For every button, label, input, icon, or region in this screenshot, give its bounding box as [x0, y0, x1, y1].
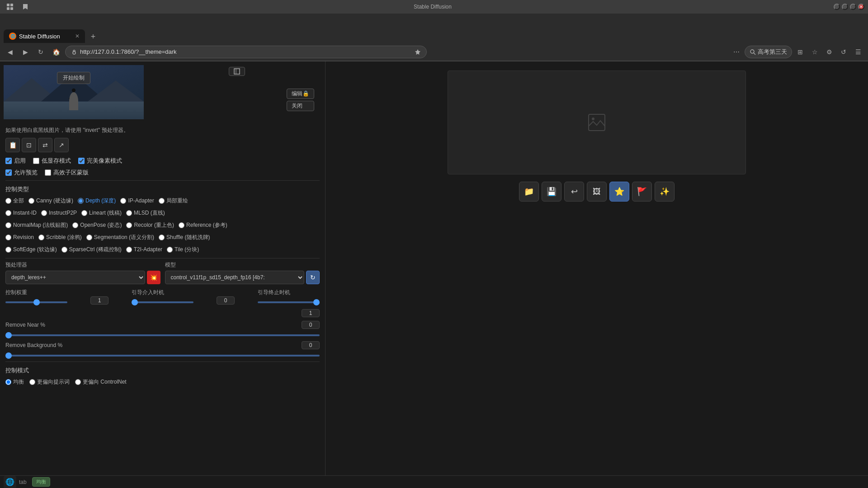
- remove-near-slider[interactable]: [5, 334, 320, 336]
- radio-t2i[interactable]: T2I-Adapter: [126, 246, 162, 253]
- sparkle-btn[interactable]: ✨: [655, 182, 675, 202]
- perfect-pixel-checkbox-label[interactable]: 完美像素模式: [78, 157, 122, 165]
- copy-button[interactable]: 📋: [5, 138, 20, 152]
- radio-depth-input[interactable]: [78, 198, 84, 204]
- preprocessor-select[interactable]: depth_leres++: [5, 271, 145, 284]
- high-res-checkbox[interactable]: [45, 169, 51, 176]
- radio-instructp2p[interactable]: InstructP2P: [41, 209, 77, 217]
- bookmark-toolbar-button[interactable]: ☆: [808, 46, 821, 58]
- radio-recolor-input[interactable]: [126, 222, 132, 228]
- menu-button[interactable]: ☰: [852, 46, 864, 58]
- prompt-mode-radio[interactable]: [29, 379, 35, 385]
- close-image-button[interactable]: 关闭: [287, 101, 314, 111]
- radio-segmentation-input[interactable]: [86, 235, 92, 240]
- forward-button[interactable]: ▶: [19, 46, 32, 58]
- high-res-checkbox-label[interactable]: 高效子区蒙版: [45, 169, 89, 177]
- minimize-button[interactable]: —: [834, 4, 840, 10]
- model-select[interactable]: control_v11f1p_sd15_depth_fp16 [4b7:: [165, 271, 305, 284]
- radio-instructp2p-input[interactable]: [41, 210, 47, 216]
- radio-t2i-input[interactable]: [126, 247, 132, 253]
- undo-button[interactable]: ↩: [564, 182, 584, 202]
- perfect-pixel-checkbox[interactable]: [78, 158, 85, 164]
- restore-button[interactable]: □: [842, 4, 848, 10]
- allow-preview-checkbox[interactable]: [5, 169, 12, 176]
- enable-checkbox-label[interactable]: 启用: [5, 157, 26, 165]
- radio-canny[interactable]: Canny (硬边缘): [28, 197, 73, 205]
- balanced-mode-label[interactable]: 均衡: [5, 378, 24, 386]
- radio-mlsd-input[interactable]: [126, 210, 132, 216]
- send-button[interactable]: ↗: [54, 138, 69, 152]
- grid-view-button[interactable]: ⊞: [794, 46, 807, 58]
- radio-shuffle-input[interactable]: [159, 235, 165, 240]
- radio-all[interactable]: 全部: [5, 197, 24, 205]
- radio-ip-adapter[interactable]: IP-Adapter: [120, 197, 154, 205]
- allow-preview-checkbox-label[interactable]: 允许预览: [5, 169, 38, 177]
- preprocessor-run-button[interactable]: 💥: [147, 271, 160, 284]
- radio-openpose[interactable]: OpenPose (姿态): [72, 221, 122, 229]
- radio-softedge[interactable]: SoftEdge (软边缘): [5, 246, 57, 253]
- radio-instant-id-input[interactable]: [5, 210, 11, 216]
- radio-tile-input[interactable]: [167, 247, 173, 253]
- radio-lineart[interactable]: Lineart (线稿): [81, 209, 122, 217]
- controlnet-mode-radio[interactable]: [75, 379, 81, 385]
- radio-sparsectrl[interactable]: SparseCtrl (稀疏控制): [61, 246, 122, 253]
- new-tab-button[interactable]: +: [87, 30, 99, 43]
- search-bar[interactable]: 高考第三天: [745, 46, 792, 58]
- radio-reference[interactable]: Reference (参考): [179, 221, 227, 229]
- swap-button[interactable]: ⇄: [38, 138, 52, 152]
- radio-scribble-input[interactable]: [38, 235, 44, 240]
- refresh-button[interactable]: ↻: [34, 46, 47, 58]
- radio-scribble[interactable]: Scribble (涂鸦): [38, 234, 82, 241]
- model-refresh-button[interactable]: ↻: [306, 271, 320, 284]
- star-btn[interactable]: ⭐: [609, 182, 629, 202]
- control-weight-slider[interactable]: [5, 301, 67, 303]
- expand-image-button[interactable]: [229, 67, 245, 76]
- radio-segmentation[interactable]: Segmentation (语义分割): [86, 234, 154, 241]
- radio-softedge-input[interactable]: [5, 247, 11, 253]
- radio-local-repaint-input[interactable]: [159, 198, 165, 204]
- radio-sparsectrl-input[interactable]: [61, 247, 67, 253]
- balanced-mode-radio[interactable]: [5, 379, 11, 385]
- maximize-button[interactable]: □: [850, 4, 856, 10]
- radio-mlsd[interactable]: MLSD (直线): [126, 209, 165, 217]
- save-output-button[interactable]: 💾: [542, 182, 561, 202]
- low-memory-checkbox-label[interactable]: 低显存模式: [33, 157, 71, 165]
- active-tab[interactable]: 🌐 Stable Diffusion ✕: [4, 29, 85, 43]
- history-button[interactable]: ↺: [837, 46, 850, 58]
- folder-button[interactable]: 📁: [519, 182, 539, 202]
- radio-openpose-input[interactable]: [72, 222, 78, 228]
- low-memory-checkbox[interactable]: [33, 158, 39, 164]
- radio-recolor[interactable]: Recolor (重上色): [126, 221, 174, 229]
- radio-tile[interactable]: Tile (分块): [167, 246, 199, 253]
- tab-close[interactable]: ✕: [75, 33, 80, 39]
- controlnet-mode-label[interactable]: 更偏向 ControlNet: [75, 378, 127, 386]
- radio-lineart-input[interactable]: [81, 210, 87, 216]
- crop-button[interactable]: ⊡: [22, 138, 36, 152]
- radio-normalmap[interactable]: NormalMap (法线贴图): [5, 221, 68, 229]
- edit-button[interactable]: 编辑🔒: [287, 89, 314, 99]
- close-button[interactable]: ✕: [858, 4, 864, 10]
- more-options-button[interactable]: ⋯: [730, 46, 743, 58]
- prompt-mode-label[interactable]: 更偏向提示词: [29, 378, 70, 386]
- radio-local-repaint[interactable]: 局部重绘: [159, 197, 188, 205]
- start-draw-button[interactable]: 开始绘制: [57, 72, 90, 84]
- radio-revision-input[interactable]: [5, 235, 11, 240]
- win-control-buttons[interactable]: — □ □ ✕: [834, 4, 864, 10]
- image-btn[interactable]: 🖼: [587, 182, 607, 202]
- remove-bg-slider[interactable]: [5, 355, 320, 357]
- radio-ip-adapter-input[interactable]: [120, 198, 126, 204]
- radio-shuffle[interactable]: Shuffle (随机洗牌): [159, 234, 210, 241]
- extensions-button[interactable]: ⚙: [823, 46, 835, 58]
- radio-revision[interactable]: Revision: [5, 234, 34, 241]
- radio-instant-id[interactable]: Instant-ID: [5, 209, 37, 217]
- back-button[interactable]: ◀: [4, 46, 16, 58]
- guidance-end-slider[interactable]: [258, 301, 320, 303]
- home-button[interactable]: 🏠: [50, 46, 62, 58]
- radio-normalmap-input[interactable]: [5, 222, 11, 228]
- enable-checkbox[interactable]: [5, 158, 12, 164]
- radio-all-input[interactable]: [5, 198, 11, 204]
- address-bar[interactable]: http://127.0.0.1:7860/?__theme=dark: [65, 46, 427, 58]
- radio-reference-input[interactable]: [179, 222, 184, 228]
- radio-depth[interactable]: Depth (深度): [78, 197, 116, 205]
- radio-canny-input[interactable]: [28, 198, 34, 204]
